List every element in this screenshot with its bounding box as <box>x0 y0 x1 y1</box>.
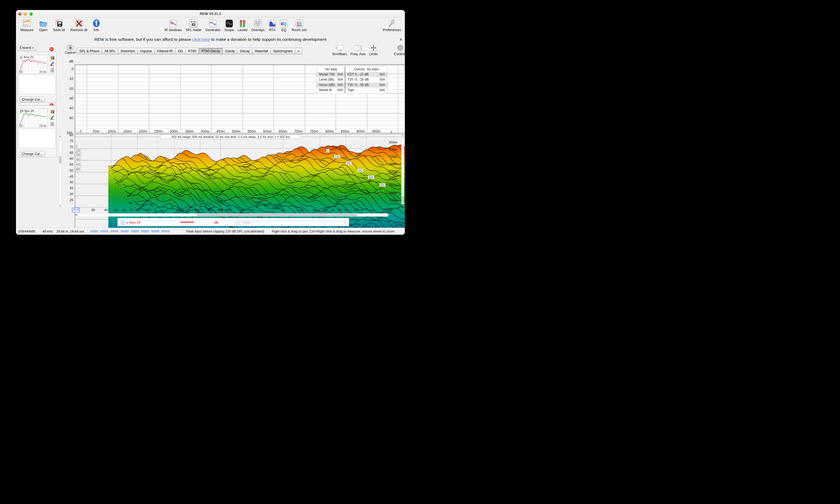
limits-button[interactable]: Limits <box>367 44 380 56</box>
change-cal-button-2[interactable]: Change Cal... <box>19 151 45 157</box>
limits-icon <box>370 47 377 52</box>
measurement-card-2[interactable]: 2R Nov 29 20 20.0k Change Cal... <box>17 105 56 157</box>
tab-spl-phase[interactable]: SPL & Phase <box>76 48 102 54</box>
tab-clarity[interactable]: Clarity <box>223 48 237 54</box>
preferences-button[interactable]: Preferences <box>383 18 401 32</box>
legend-checkbox-t60m[interactable]: ✓ <box>236 220 240 224</box>
tab-gd[interactable]: GD <box>175 48 186 54</box>
legend-line-sample <box>180 222 194 222</box>
edit-notes-pen-icon[interactable] <box>50 115 54 120</box>
measure-icon <box>22 18 31 28</box>
status-bar: 309/444MB 48 kHz 16-bit in, 16-bit out 0… <box>16 228 405 235</box>
waterfall-time-tick: 100m <box>389 198 397 202</box>
title-bar[interactable]: REW V5.31.3 <box>16 10 405 18</box>
tab-rt60-decay[interactable]: RT60 Decay <box>199 48 223 54</box>
top-chart-xtick: 50m <box>93 129 99 133</box>
banner-dismiss-icon[interactable]: × <box>400 37 402 42</box>
waterfall-time-tick: 800m <box>389 148 397 152</box>
legend-checkbox-l-nov-29[interactable]: ✓ <box>121 220 125 224</box>
waterfall-time-tick: 900m <box>389 141 397 144</box>
info-button[interactable]: Info <box>93 18 100 32</box>
expand-chevron-icon: » <box>32 46 34 50</box>
tab-all-spl[interactable]: All SPL <box>102 48 118 54</box>
waterfall-ytick: 65 <box>62 151 73 155</box>
top-chart-ytick: 0 <box>62 67 73 71</box>
banner-text-post: to make a donation to help support its c… <box>210 37 327 42</box>
time-slice-label-left: 200 <box>75 153 81 157</box>
measurement-2-notes[interactable] <box>19 129 55 148</box>
scope-button[interactable]: Scope <box>224 18 234 32</box>
thumb-xmin-label: 20 <box>19 70 23 74</box>
legend-unit-s: s <box>344 220 346 224</box>
donation-link[interactable]: click here <box>192 37 210 42</box>
legend-label-t60m[interactable]: T60M <box>241 220 250 224</box>
spl-meter-button[interactable]: dB SPL 83 SPL meter <box>186 18 202 32</box>
overlays-button[interactable]: Overlays <box>251 18 264 32</box>
freq-tick: 20kHz <box>383 208 392 212</box>
measurement-1-notes[interactable] <box>19 75 55 94</box>
time-slice-label-right: 100 <box>334 155 340 159</box>
close-measurement-1-icon[interactable]: × <box>50 47 54 51</box>
time-slice-label-left: 300 <box>75 158 81 161</box>
freq-tick: 6k <box>331 208 335 212</box>
time-slice-label-right: 300 <box>357 168 364 172</box>
measure-button[interactable]: Measure <box>20 18 34 32</box>
tab-filtered-ir[interactable]: Filtered IR <box>154 48 175 54</box>
capture-button[interactable]: Capture <box>64 44 76 54</box>
status-memory: 309/444MB <box>16 228 40 235</box>
freq-tick: 2k <box>281 208 285 212</box>
spl-meter-icon: dB SPL 83 <box>189 18 197 28</box>
room-sim-button[interactable]: Room sim <box>292 18 307 32</box>
freq-axis-min-input[interactable]: 20.0 <box>72 208 80 212</box>
controls-button[interactable]: Controls <box>392 44 405 56</box>
thumb-xmin-label: 20 <box>19 124 23 127</box>
ir-windows-icon <box>169 18 177 28</box>
tab-rt60[interactable]: RT60 <box>186 48 199 54</box>
top-chart-y-axis-title: dB <box>59 59 73 63</box>
freq-tick: 300 <box>195 208 200 212</box>
thumb-xmax-label: 20.0k <box>39 124 46 127</box>
measurement-card-1[interactable]: 1L Nov 29 20 20.0k Change Cal... <box>17 52 56 103</box>
top-chart-xtick: 700m <box>294 129 302 133</box>
measurement-2-thumbnail[interactable]: 2R Nov 29 20 20.0k <box>19 109 47 128</box>
legend-label-l-nov-29[interactable]: L Nov 29 <box>127 220 141 224</box>
save-measurement-icon[interactable] <box>50 109 54 113</box>
tab-decay[interactable]: Decay <box>237 48 252 54</box>
measurement-info-doc-icon[interactable] <box>50 68 54 72</box>
change-cal-button-1[interactable]: Change Cal... <box>19 97 45 102</box>
rta-button[interactable]: RTA <box>268 18 276 32</box>
waterfall-time-tick: 600m <box>389 162 397 166</box>
time-slice-label-right: 0 <box>326 149 329 152</box>
expand-sidebar-button[interactable]: Expand » <box>17 45 37 51</box>
freq-tick: 3k <box>300 208 303 212</box>
save-measurement-icon[interactable] <box>50 55 54 60</box>
eq-button[interactable]: EQ EQ <box>280 18 288 32</box>
top-chart-xtick: 900m <box>356 129 365 133</box>
tab-impulse[interactable]: Impulse <box>138 48 155 54</box>
levels-button[interactable]: 0369 Levels <box>238 18 247 32</box>
top-chart-xtick: 850m <box>341 129 349 133</box>
status-hint: Right click & drag to pan; Ctrl+Right cl… <box>269 228 405 235</box>
remove-all-button[interactable]: Remove all <box>70 18 87 32</box>
open-folder-icon <box>39 18 48 28</box>
measurement-info-doc-icon[interactable] <box>50 122 54 126</box>
tab-distortion[interactable]: Distortion <box>118 48 138 54</box>
tab-waterfall[interactable]: Waterfall <box>252 48 270 54</box>
rta-icon <box>268 18 276 28</box>
ir-windows-button[interactable]: IR windows <box>164 18 182 32</box>
tab-spectrogram[interactable]: Spectrogram <box>270 48 295 54</box>
freq-axis-icon <box>354 47 362 52</box>
edit-notes-pen-icon[interactable] <box>50 62 54 66</box>
preferences-wrench-icon <box>388 18 396 28</box>
measurement-1-thumbnail[interactable]: 1L Nov 29 20 20.0k <box>19 55 47 74</box>
freq-tick: 800 <box>239 208 245 212</box>
tab-overflow-chevron[interactable]: » <box>295 48 302 54</box>
scrollbars-button[interactable]: Scrollbars <box>330 45 349 56</box>
waterfall-annotation: 502 ms range, 500 ms window, 10 ms rise … <box>160 134 301 139</box>
waterfall-time-tick: 700m <box>389 155 397 159</box>
top-chart-ytick: -10 <box>62 77 73 80</box>
freq-axis-button[interactable]: Freq. Axis <box>349 45 367 56</box>
open-button[interactable]: Open <box>39 18 48 32</box>
generator-button[interactable]: Generator <box>205 18 221 32</box>
save-all-button[interactable]: Save all <box>53 18 65 32</box>
